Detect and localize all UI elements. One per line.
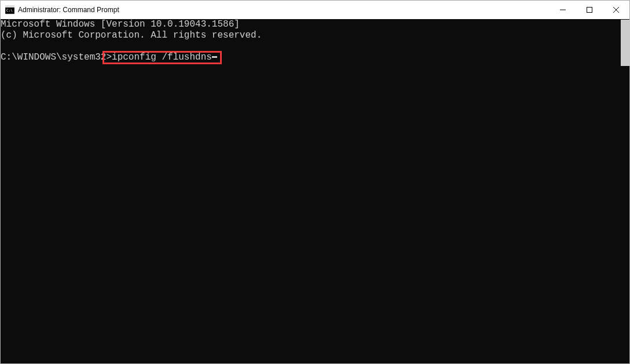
cmd-icon: C:\ (5, 5, 14, 14)
close-button[interactable] (603, 1, 629, 19)
prompt-line: C:\WINDOWS\system32>ipconfig /flushdns (1, 52, 629, 63)
typed-command: ipconfig /flushdns (112, 52, 212, 63)
window-title: Administrator: Command Prompt (18, 6, 119, 14)
scrollbar-thumb[interactable] (621, 20, 630, 66)
banner-line: (c) Microsoft Corporation. All rights re… (1, 30, 629, 41)
cursor (212, 56, 217, 58)
svg-text:C:\: C:\ (6, 8, 13, 12)
svg-rect-4 (587, 8, 592, 13)
titlebar-left: C:\ Administrator: Command Prompt (5, 5, 119, 14)
minimize-button[interactable] (550, 1, 576, 19)
svg-rect-1 (5, 6, 14, 8)
blank-line (1, 41, 629, 52)
maximize-button[interactable] (576, 1, 603, 19)
prompt-path: C:\WINDOWS\system32> (1, 52, 112, 63)
terminal-area[interactable]: Microsoft Windows [Version 10.0.19043.15… (1, 19, 629, 363)
banner-line: Microsoft Windows [Version 10.0.19043.15… (1, 19, 629, 30)
titlebar[interactable]: C:\ Administrator: Command Prompt (1, 1, 629, 19)
command-prompt-window: C:\ Administrator: Command Prompt Micros… (0, 0, 630, 364)
window-controls (550, 1, 629, 19)
